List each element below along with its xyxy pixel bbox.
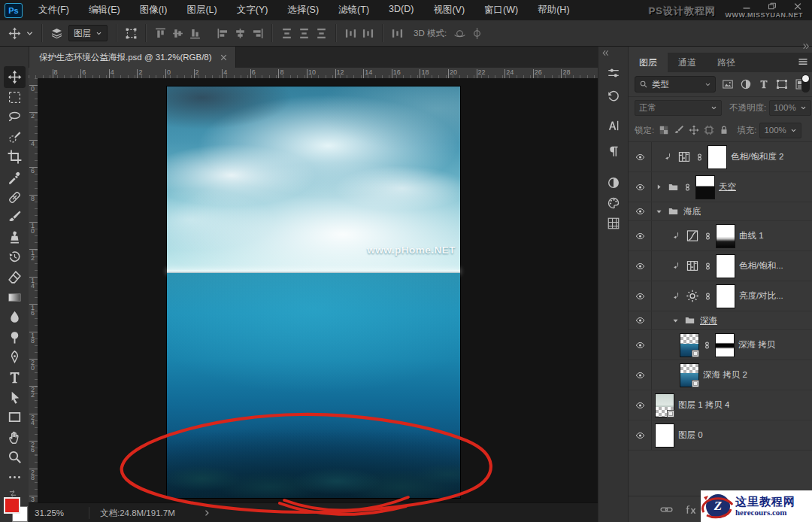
layer-mask-thumbnail[interactable] <box>716 254 735 278</box>
mask-link-icon[interactable] <box>683 181 692 193</box>
dock-collapse-icon[interactable] <box>801 41 810 51</box>
distribute-left-edges-icon[interactable] <box>344 27 357 40</box>
mask-link-icon[interactable] <box>704 260 712 272</box>
lock-transparent-pixels-icon[interactable] <box>659 125 669 135</box>
opacity-field[interactable]: 100% <box>769 100 811 116</box>
brush-tool-icon[interactable] <box>8 210 22 224</box>
layer-row[interactable]: 深海 拷贝 2 <box>629 360 812 390</box>
mask-link-icon[interactable] <box>695 151 704 163</box>
menu-帮助(H)[interactable]: 帮助(H) <box>529 1 577 20</box>
layer-row[interactable]: 天空 <box>629 172 812 202</box>
layer-thumbnail[interactable] <box>680 333 699 357</box>
distribute-horizontal-centers-icon[interactable] <box>362 27 374 40</box>
lock-all-icon[interactable] <box>719 125 729 135</box>
layer-name[interactable]: 色相/饱和... <box>739 260 783 272</box>
type-tool-icon[interactable] <box>8 370 22 384</box>
layer-row[interactable]: 色相/饱和... <box>629 251 812 281</box>
character-panel-icon[interactable] <box>607 119 620 132</box>
layer-thumbnail[interactable] <box>655 423 674 448</box>
layer-thumbnail[interactable] <box>655 393 674 417</box>
eye-icon[interactable] <box>635 431 646 440</box>
eye-icon[interactable] <box>635 262 646 271</box>
distribute-bottom-edges-icon[interactable] <box>315 27 328 40</box>
eyedropper-tool-icon[interactable] <box>8 170 22 184</box>
layer-style-fx-icon[interactable] <box>685 503 698 516</box>
canvas-pasteboard[interactable]: www.pHome.NET <box>38 78 598 502</box>
rectangular-marquee-tool-icon[interactable] <box>8 90 22 105</box>
layer-name[interactable]: 深海 拷贝 <box>738 339 775 351</box>
eye-icon[interactable] <box>635 292 646 301</box>
fill-field[interactable]: 100% <box>759 123 801 138</box>
layer-row[interactable]: 亮度/对比... <box>629 281 812 311</box>
layer-mask-thumbnail[interactable] <box>716 284 735 308</box>
menu-图层(L)[interactable]: 图层(L) <box>178 1 225 20</box>
auto-select-target-dropdown[interactable]: 图层 <box>68 25 108 41</box>
document-tab[interactable]: 保护生态环境公益海报.psd @ 31.2%(RGB/8) <box>29 47 236 68</box>
layer-row[interactable]: 曲线 1 <box>629 221 812 251</box>
group-expanded-triangle-icon[interactable] <box>655 208 663 216</box>
menu-编辑(E)[interactable]: 编辑(E) <box>80 1 129 20</box>
align-left-edges-icon[interactable] <box>217 27 229 40</box>
layer-filtering-toggle[interactable] <box>801 74 810 93</box>
move-tool-icon[interactable] <box>8 70 22 84</box>
layer-visibility-cell[interactable] <box>629 202 652 220</box>
blur-tool-icon[interactable] <box>8 310 22 324</box>
layer-filter-type-dropdown[interactable]: 类型 <box>635 76 716 93</box>
layer-row[interactable]: 图层 1 拷贝 4 <box>629 390 812 420</box>
show-transform-controls-icon[interactable] <box>125 27 138 40</box>
tab-路径[interactable]: 路径 <box>707 53 746 72</box>
eraser-tool-icon[interactable] <box>8 270 22 284</box>
layer-visibility-cell[interactable] <box>629 172 652 202</box>
dodge-tool-icon[interactable] <box>8 330 22 344</box>
menu-文字(Y)[interactable]: 文字(Y) <box>229 1 277 20</box>
minimize-button[interactable] <box>740 2 753 11</box>
history-brush-tool-icon[interactable] <box>8 250 22 264</box>
dock-expand-icon[interactable] <box>601 48 611 58</box>
clone-stamp-tool-icon[interactable] <box>8 230 22 244</box>
edit-toolbar-ellipsis-icon[interactable] <box>8 470 22 484</box>
eye-icon[interactable] <box>635 153 646 162</box>
layer-row[interactable]: 深海 拷贝 <box>629 330 812 360</box>
layer-thumbnail[interactable] <box>680 363 699 387</box>
distribute-vertical-centers-icon[interactable] <box>298 27 311 40</box>
history-icon[interactable] <box>607 90 620 104</box>
eye-icon[interactable] <box>635 401 646 410</box>
layer-name[interactable]: 深海 拷贝 2 <box>703 369 747 381</box>
status-options-chevron-icon[interactable] <box>202 508 211 517</box>
3d-roll-icon[interactable] <box>471 27 483 40</box>
lock-position-icon[interactable] <box>689 125 699 135</box>
layer-mask-thumbnail[interactable] <box>707 145 727 169</box>
pen-tool-icon[interactable] <box>8 350 22 364</box>
horizontal-ruler[interactable]: 86420246810121416182022242628 <box>29 68 598 79</box>
layer-visibility-cell[interactable] <box>629 360 652 390</box>
lock-image-pixels-icon[interactable] <box>674 125 684 135</box>
tab-图层[interactable]: 图层 <box>629 53 668 72</box>
eye-icon[interactable] <box>635 183 646 192</box>
filter-pixel-layers-icon[interactable] <box>722 78 734 90</box>
eye-icon[interactable] <box>635 207 646 216</box>
group-collapsed-triangle-icon[interactable] <box>655 183 663 191</box>
menu-窗口(W)[interactable]: 窗口(W) <box>476 1 526 20</box>
color-panel-icon[interactable] <box>607 196 620 210</box>
layer-visibility-cell[interactable] <box>629 251 652 281</box>
align-right-edges-icon[interactable] <box>251 27 264 40</box>
close-button[interactable] <box>791 2 804 11</box>
adjustments-panel-icon[interactable] <box>607 176 620 190</box>
quick-selection-tool-icon[interactable] <box>8 130 22 144</box>
distribute-top-edges-icon[interactable] <box>280 27 293 40</box>
menu-视图(V)[interactable]: 视图(V) <box>425 1 473 20</box>
lasso-tool-icon[interactable] <box>8 110 22 124</box>
align-bottom-edges-icon[interactable] <box>189 27 201 40</box>
align-top-edges-icon[interactable] <box>154 27 167 40</box>
layer-name[interactable]: 天空 <box>719 181 736 193</box>
layer-mask-thumbnail[interactable] <box>695 175 715 199</box>
tool-preset-chevron-icon[interactable] <box>26 29 34 38</box>
filter-type-layers-icon[interactable] <box>758 78 770 90</box>
auto-select-layers-icon[interactable] <box>50 27 63 40</box>
swatches-panel-icon[interactable] <box>607 217 620 230</box>
panel-menu-icon[interactable] <box>797 56 809 68</box>
layer-visibility-cell[interactable] <box>629 142 652 171</box>
layer-mask-thumbnail[interactable] <box>715 333 735 357</box>
tab-通道[interactable]: 通道 <box>668 53 707 72</box>
align-vertical-centers-icon[interactable] <box>171 27 184 40</box>
